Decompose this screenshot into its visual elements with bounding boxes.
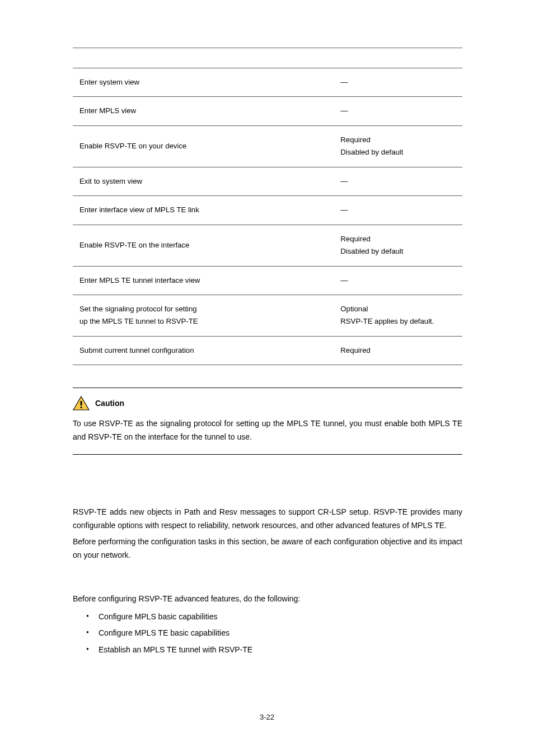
table-header	[334, 48, 462, 68]
caution-block: Caution To use RSVP-TE as the signaling …	[73, 388, 462, 455]
table-row: Exit to system view—	[73, 167, 462, 195]
table-cell: RequiredDisabled by default	[334, 225, 462, 266]
table-cell: OptionalRSVP-TE applies by default.	[334, 295, 462, 336]
table-cell	[213, 167, 334, 195]
caution-label: Caution	[95, 399, 124, 408]
svg-rect-1	[81, 401, 82, 405]
table-row: Set the signaling protocol for setting u…	[73, 295, 462, 336]
table-cell: Enter MPLS view	[73, 97, 213, 125]
table-cell: Set the signaling protocol for setting u…	[73, 295, 213, 336]
list-item: Configure MPLS basic capabilities	[86, 610, 462, 624]
table-cell: Enable RSVP-TE on the interface	[73, 225, 213, 266]
table-cell: —	[334, 68, 462, 97]
table-cell: —	[334, 266, 462, 295]
config-table: Enter system view—Enter MPLS view—Enable…	[73, 48, 462, 365]
table-cell: Enter MPLS TE tunnel interface view	[73, 266, 213, 295]
table-cell: —	[334, 167, 462, 195]
table-row: Enable RSVP-TE on your deviceRequiredDis…	[73, 125, 462, 167]
table-row: Enter interface view of MPLS TE link—	[73, 196, 462, 225]
table-cell: —	[334, 196, 462, 225]
table-row: Submit current tunnel configurationRequi…	[73, 336, 462, 365]
table-cell: Submit current tunnel configuration	[73, 336, 213, 365]
table-row: Enter MPLS view—	[73, 97, 462, 125]
table-cell	[213, 196, 334, 225]
table-cell	[213, 336, 334, 365]
section-paragraph: Before performing the configuration task…	[73, 535, 462, 562]
prereq-list: Configure MPLS basic capabilities Config…	[73, 610, 462, 657]
table-cell: RequiredDisabled by default	[334, 125, 462, 167]
table-cell: Required	[334, 336, 462, 365]
table-cell	[213, 68, 334, 97]
table-cell	[213, 125, 334, 167]
table-row: Enable RSVP-TE on the interfaceRequiredD…	[73, 225, 462, 266]
table-cell	[213, 295, 334, 336]
prereq-intro: Before configuring RSVP-TE advanced feat…	[73, 592, 462, 606]
table-cell: Enter interface view of MPLS TE link	[73, 196, 213, 225]
table-cell	[213, 225, 334, 266]
list-item: Configure MPLS TE basic capabilities	[86, 627, 462, 640]
table-cell: Exit to system view	[73, 167, 213, 195]
table-header	[73, 48, 213, 68]
table-cell	[213, 97, 334, 125]
table-cell: Enable RSVP-TE on your device	[73, 125, 213, 167]
table-header	[213, 48, 334, 68]
caution-icon	[73, 396, 90, 410]
table-cell	[213, 266, 334, 295]
table-row: Enter system view—	[73, 68, 462, 97]
table-cell: Enter system view	[73, 68, 213, 97]
list-item: Establish an MPLS TE tunnel with RSVP-TE	[86, 643, 462, 657]
section-paragraph: RSVP-TE adds new objects in Path and Res…	[73, 505, 462, 533]
table-cell: —	[334, 97, 462, 125]
svg-rect-2	[81, 407, 82, 408]
page-number: 3-22	[0, 713, 534, 721]
table-row: Enter MPLS TE tunnel interface view—	[73, 266, 462, 295]
caution-text: To use RSVP-TE as the signaling protocol…	[73, 417, 462, 444]
